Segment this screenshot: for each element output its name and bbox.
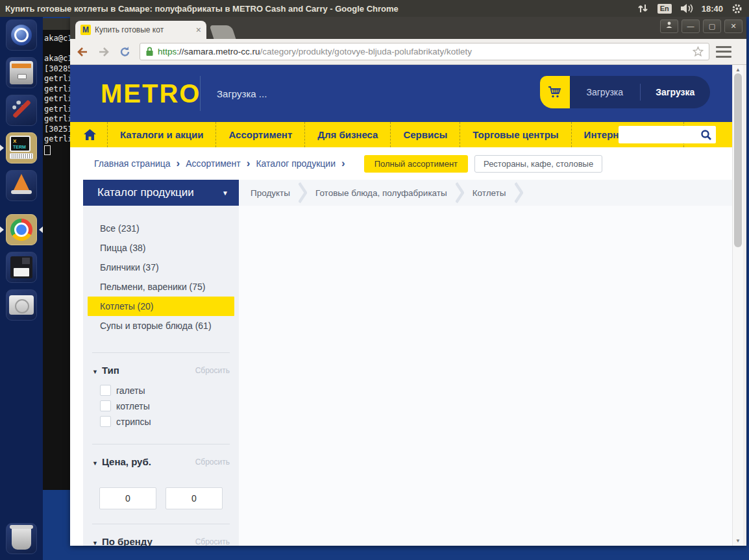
chevron-right-icon: › [247, 159, 251, 168]
metro-logo[interactable]: METRO [101, 79, 201, 108]
category-pancakes[interactable]: Блинчики (37) [83, 258, 239, 277]
ubuntu-logo-icon [11, 25, 32, 45]
scrollbar-thumb[interactable] [734, 73, 742, 247]
scroll-up-icon[interactable]: ▲ [733, 67, 743, 73]
profile-avatar-button[interactable] [660, 19, 678, 33]
collapse-triangle-icon[interactable]: ▼ [92, 460, 98, 467]
home-icon [83, 128, 97, 141]
tab-strip: M Купить готовые кот × — ▢ ✕ [70, 17, 746, 39]
reload-button[interactable] [116, 43, 134, 61]
price-min-input[interactable] [99, 487, 156, 509]
category-soups[interactable]: Супы и вторые блюда (61) [83, 316, 239, 335]
chrome-icon[interactable] [6, 214, 37, 245]
type-option-row: стрипсы [83, 411, 239, 427]
cart-button[interactable] [540, 76, 570, 108]
type-option-label[interactable]: галеты [116, 385, 145, 396]
category-dumplings[interactable]: Пельмени, вареники (75) [83, 277, 239, 297]
restaurants-button[interactable]: Рестораны, кафе, столовые [474, 155, 602, 173]
terminal-line: [30251 [43, 125, 71, 135]
filter-price-title[interactable]: Цена, руб. [102, 456, 151, 467]
bookmark-star-icon[interactable] [693, 46, 704, 57]
clock[interactable]: 18:40 [702, 4, 723, 14]
category-cutlets-active[interactable]: Котлеты (20) [88, 297, 234, 316]
address-bar[interactable]: https://samara.metro-cc.ru/category/prod… [140, 43, 709, 60]
dash-home-icon[interactable] [6, 19, 37, 51]
filter-brand-header: ▼По бренду Сбросить [83, 524, 239, 546]
login-status-label[interactable]: Загрузка [641, 87, 711, 97]
path-ready-meals[interactable]: Готовые блюда, полуфабрикаты [315, 188, 447, 198]
network-updown-icon[interactable] [637, 3, 649, 14]
reset-brand-link[interactable]: Сбросить [195, 537, 230, 546]
account-pill: Загрузка Загрузка [570, 76, 710, 108]
cart-status-label[interactable]: Загрузка [570, 87, 640, 97]
url-text: https://samara.metro-cc.ru/category/prod… [158, 47, 689, 56]
nav-item-services[interactable]: Сервисы [391, 122, 460, 147]
site-search [619, 126, 716, 143]
page-scrollbar[interactable]: ▲ ▼ [732, 65, 743, 546]
running-indicator-arrow [0, 145, 4, 151]
nav-item-business[interactable]: Для бизнеса [305, 122, 391, 147]
reset-price-link[interactable]: Сбросить [195, 457, 230, 467]
category-pizza[interactable]: Пицца (38) [83, 238, 239, 258]
loading-text: Загрузка ... [217, 88, 267, 99]
search-icon[interactable] [700, 129, 712, 141]
back-button[interactable] [73, 43, 92, 61]
system-settings-icon[interactable] [6, 95, 37, 126]
type-option-label[interactable]: стрипсы [116, 417, 151, 427]
padlock-icon [145, 47, 154, 56]
category-all[interactable]: Все (231) [83, 219, 239, 238]
breadcrumb-catalog[interactable]: Каталог продукции [256, 158, 336, 169]
price-max-input[interactable] [166, 487, 223, 509]
session-gear-icon[interactable] [731, 3, 743, 14]
nav-item-assortment[interactable]: Ассортимент [216, 122, 305, 147]
chevron-separator-icon [299, 182, 307, 204]
search-input[interactable] [622, 129, 700, 140]
maximize-button[interactable]: ▢ [703, 19, 721, 33]
full-assortment-button[interactable]: Полный ассортимент [364, 155, 468, 173]
breadcrumb-home[interactable]: Главная страница [94, 158, 171, 169]
nav-home[interactable] [70, 122, 108, 147]
category-list: Все (231) Пицца (38) Блинчики (37) Пельм… [83, 206, 239, 335]
browser-toolbar: https://samara.metro-cc.ru/category/prod… [70, 39, 746, 65]
metro-page: METRO Загрузка ... Загрузка Загрузка [70, 65, 732, 546]
reset-type-link[interactable]: Сбросить [195, 366, 230, 375]
breadcrumb-assortment[interactable]: Ассортимент [186, 158, 241, 169]
checkbox-galety[interactable] [100, 385, 111, 396]
checkbox-kotlety[interactable] [100, 400, 111, 411]
chevron-right-icon: › [341, 159, 345, 168]
path-products[interactable]: Продукты [251, 188, 290, 198]
hard-drive-icon[interactable] [6, 289, 37, 321]
filter-brand-title[interactable]: По бренду [102, 536, 153, 546]
floppy-icon[interactable] [6, 252, 37, 283]
terminal-line [43, 44, 71, 55]
tab-stub[interactable] [210, 25, 236, 39]
xterm-window[interactable]: aka@c1 aka@c1 [30285 getrli getrli getrl… [43, 18, 71, 490]
nav-item-stores[interactable]: Торговые центры [460, 122, 571, 147]
file-cabinet-icon[interactable] [6, 57, 37, 88]
terminal-line: getrli [43, 84, 71, 95]
scroll-down-icon[interactable]: ▼ [733, 538, 743, 544]
menu-button[interactable] [716, 46, 731, 58]
xterm-icon[interactable]: XTERM [6, 132, 37, 164]
type-option-label[interactable]: котлеты [116, 401, 150, 411]
collapse-triangle-icon[interactable]: ▼ [92, 540, 98, 546]
keyboard-layout-indicator[interactable]: En [657, 4, 672, 14]
tab-close-icon[interactable]: × [196, 25, 201, 34]
close-button[interactable]: ✕ [724, 19, 743, 33]
collapse-triangle-icon[interactable]: ▼ [92, 369, 98, 375]
catalog-dropdown[interactable]: Каталог продукции ▼ [83, 180, 239, 206]
nav-item-catalogs[interactable]: Каталоги и акции [108, 122, 216, 147]
minimize-button[interactable]: — [681, 19, 700, 33]
path-cutlets[interactable]: Котлеты [473, 188, 506, 198]
volume-icon[interactable] [680, 3, 693, 14]
checkbox-stripsy[interactable] [100, 416, 111, 427]
filter-type-title[interactable]: Тип [102, 365, 119, 376]
vlc-icon[interactable] [6, 170, 37, 201]
cart-icon [547, 84, 563, 100]
trash-icon[interactable] [6, 523, 37, 554]
forward-button[interactable] [95, 43, 113, 61]
filter-sidebar: Все (231) Пицца (38) Блинчики (37) Пельм… [83, 206, 239, 546]
filter-type-header: ▼Тип Сбросить [83, 353, 239, 376]
browser-tab[interactable]: M Купить готовые кот × [75, 21, 206, 39]
terminal-line: getrli [43, 104, 71, 115]
